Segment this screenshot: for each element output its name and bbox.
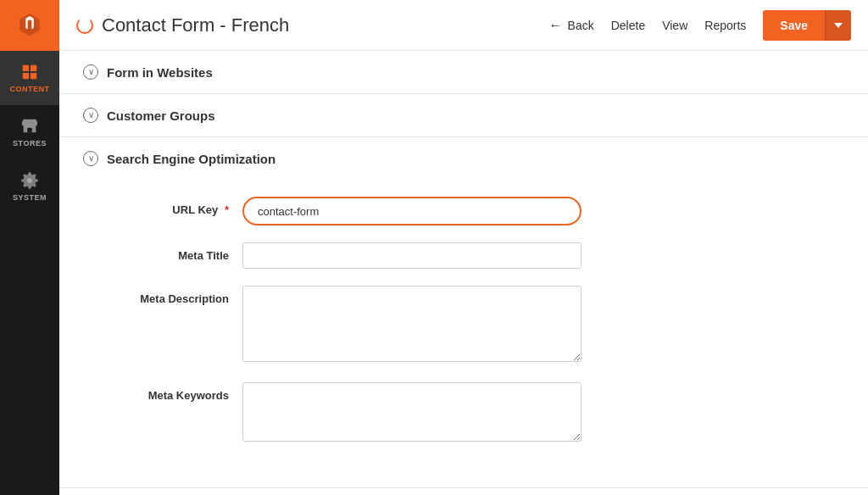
customer-groups-header[interactable]: Customer Groups	[59, 94, 868, 136]
url-key-label: URL Key *	[93, 197, 229, 216]
system-label: SYSTEM	[13, 193, 47, 202]
accordion-collapse-icon-3	[83, 151, 98, 166]
form-in-websites-header[interactable]: Form in Websites	[59, 51, 868, 93]
save-button[interactable]: Save	[763, 10, 825, 41]
chevron-down-icon	[834, 23, 843, 28]
stores-icon	[20, 117, 39, 136]
meta-keywords-label: Meta Keywords	[93, 382, 229, 402]
back-button[interactable]: ← Back	[549, 14, 594, 36]
meta-keywords-input[interactable]	[242, 382, 581, 442]
form-in-websites-section: Form in Websites	[59, 51, 868, 94]
svg-rect-1	[31, 65, 36, 71]
svg-rect-2	[23, 73, 29, 79]
seo-header[interactable]: Search Engine Optimization	[59, 137, 868, 180]
form-in-websites-title: Form in Websites	[107, 65, 213, 80]
meta-title-input[interactable]	[242, 242, 581, 269]
magento-logo[interactable]	[0, 0, 59, 51]
delete-button[interactable]: Delete	[611, 15, 645, 36]
view-button[interactable]: View	[662, 15, 687, 36]
header-actions: ← Back Delete View Reports Save	[549, 10, 851, 41]
url-key-field-wrap	[242, 197, 581, 225]
sidebar-item-stores[interactable]: STORES	[0, 105, 59, 159]
seo-section: Search Engine Optimization URL Key *	[59, 137, 868, 488]
page-title: Contact Form - French	[102, 14, 289, 36]
meta-description-row: Meta Description	[93, 286, 834, 365]
system-icon	[20, 171, 39, 190]
delete-label: Delete	[611, 19, 645, 32]
back-label: Back	[568, 19, 594, 32]
url-key-row: URL Key *	[93, 197, 834, 225]
sidebar-item-content[interactable]: CONTENT	[0, 51, 59, 105]
sidebar-item-system[interactable]: SYSTEM	[0, 159, 59, 214]
meta-title-field-wrap	[242, 242, 581, 269]
seo-form: URL Key * Meta Title	[59, 180, 868, 487]
header: Contact Form - French ← Back Delete View…	[59, 0, 868, 51]
reports-label: Reports	[704, 19, 746, 32]
back-arrow-icon: ←	[549, 18, 563, 33]
stores-label: STORES	[13, 139, 47, 147]
meta-keywords-field-wrap	[242, 382, 581, 445]
form-content: Form in Websites Customer Groups Search …	[59, 51, 868, 495]
meta-description-label: Meta Description	[93, 286, 229, 305]
seo-title: Search Engine Optimization	[107, 152, 275, 166]
save-dropdown-button[interactable]	[825, 10, 851, 41]
view-label: View	[662, 19, 687, 32]
loading-indicator	[76, 17, 93, 34]
required-indicator: *	[225, 203, 229, 216]
main-content: Contact Form - French ← Back Delete View…	[59, 0, 868, 495]
url-key-wrapper	[242, 197, 581, 225]
customer-groups-section: Customer Groups	[59, 94, 868, 137]
accordion-collapse-icon-2	[83, 108, 98, 123]
customer-groups-title: Customer Groups	[107, 108, 215, 123]
meta-keywords-row: Meta Keywords	[93, 382, 834, 445]
meta-title-row: Meta Title	[93, 242, 834, 269]
content-icon	[20, 63, 39, 81]
svg-rect-0	[23, 65, 29, 71]
accordion-collapse-icon	[83, 64, 98, 80]
meta-description-field-wrap	[242, 286, 581, 365]
reports-button[interactable]: Reports	[704, 15, 746, 36]
svg-rect-3	[31, 73, 36, 79]
meta-title-label: Meta Title	[93, 242, 229, 262]
url-key-input[interactable]	[258, 205, 566, 218]
sidebar: CONTENT STORES SYSTEM	[0, 0, 59, 495]
meta-description-input[interactable]	[242, 286, 581, 362]
content-label: CONTENT	[10, 85, 50, 93]
save-button-group: Save	[763, 10, 851, 41]
title-group: Contact Form - French	[76, 14, 536, 36]
